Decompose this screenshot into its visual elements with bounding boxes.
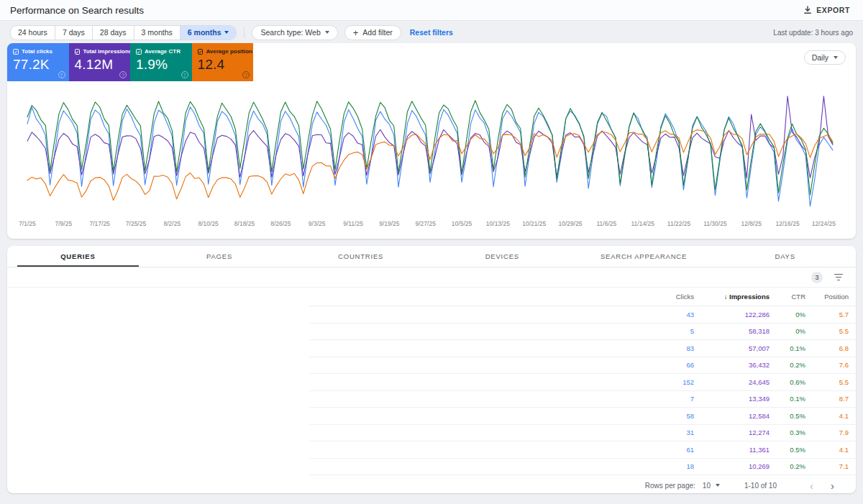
date-range-group: 24 hours7 days28 days3 months6 months <box>10 25 237 40</box>
tab-countries[interactable]: COUNTRIES <box>290 246 432 267</box>
reset-filters-link[interactable]: Reset filters <box>410 28 453 37</box>
table-row: 43122,2860%5.7 <box>7 306 856 324</box>
ctr-cell: 0% <box>770 327 805 335</box>
export-button[interactable]: EXPORT <box>800 4 853 16</box>
position-cell: 4.1 <box>805 446 849 454</box>
metric-card-total-impressions[interactable]: ✓Total impressions4.12M? <box>69 43 131 81</box>
chevron-down-icon <box>716 484 720 487</box>
table-toolbar: 3 <box>7 267 856 288</box>
tab-days[interactable]: DAYS <box>714 246 856 267</box>
next-page-button[interactable]: › <box>822 480 843 491</box>
download-icon <box>803 6 812 14</box>
position-cell: 8.7 <box>805 395 849 403</box>
clicks-cell: 31 <box>636 429 694 436</box>
position-cell: 7.1 <box>805 462 849 470</box>
tab-devices[interactable]: DEVICES <box>432 246 573 267</box>
x-tick-label: 9/11/25 <box>343 220 363 227</box>
x-tick-label: 12/16/25 <box>776 220 800 227</box>
metric-label: Total impressions <box>83 48 132 55</box>
table-filter-icon[interactable] <box>833 272 844 283</box>
checkbox-icon[interactable]: ✓ <box>75 49 81 55</box>
active-tab-underline <box>17 265 139 267</box>
position-cell: 6.8 <box>805 344 849 352</box>
help-icon[interactable]: ? <box>242 71 250 78</box>
position-cell: 5.7 <box>805 311 849 319</box>
tab-pages[interactable]: PAGES <box>149 246 291 267</box>
date-range-chip-7-days[interactable]: 7 days <box>55 26 93 40</box>
query-cell <box>7 340 309 357</box>
x-tick-label: 8/26/25 <box>270 220 291 227</box>
metric-value: 1.9% <box>136 57 186 73</box>
filter-bar: 24 hours7 days28 days3 months6 months Se… <box>0 22 863 43</box>
granularity-dropdown[interactable]: Daily <box>804 50 846 65</box>
date-range-chip-28-days[interactable]: 28 days <box>93 26 134 40</box>
query-cell <box>7 374 309 391</box>
tab-search-appearance[interactable]: SEARCH APPEARANCE <box>573 246 715 267</box>
metric-card-total-clicks[interactable]: ✓Total clicks77.2K? <box>7 43 69 81</box>
column-header-impressions[interactable]: ↓ Impressions <box>694 293 770 301</box>
x-tick-label: 11/6/25 <box>597 220 617 227</box>
search-type-chip[interactable]: Search type: Web <box>252 25 337 40</box>
rows-per-page-select[interactable]: 10 <box>703 482 720 490</box>
metric-card-average-position[interactable]: ✓Average position12.4? <box>192 43 254 81</box>
clicks-cell: 7 <box>636 395 694 403</box>
table-header-row: Clicks↓ ImpressionsCTRPosition <box>7 288 856 306</box>
clicks-cell: 66 <box>636 361 694 369</box>
add-filter-label: Add filter <box>362 28 392 37</box>
help-icon[interactable]: ? <box>181 71 188 78</box>
date-range-chip-24-hours[interactable]: 24 hours <box>11 26 55 40</box>
x-tick-label: 10/13/25 <box>486 220 510 227</box>
help-icon[interactable]: ? <box>58 71 65 78</box>
x-tick-label: 7/25/25 <box>126 220 146 227</box>
date-range-chip-3-months[interactable]: 3 months <box>134 26 181 40</box>
timeseries-chart[interactable] <box>7 91 856 220</box>
x-tick-label: 7/1/25 <box>19 220 36 227</box>
metric-value: 4.12M <box>75 57 125 73</box>
add-filter-button[interactable]: + Add filter <box>344 25 401 40</box>
chevron-down-icon <box>834 56 838 59</box>
x-tick-label: 9/19/25 <box>379 220 399 227</box>
rows-per-page-label: Rows per page: <box>645 482 695 490</box>
dimensions-table-card: QUERIESPAGESCOUNTRIESDEVICESSEARCH APPEA… <box>7 246 856 493</box>
previous-page-button[interactable]: ‹ <box>801 480 822 491</box>
checkbox-icon[interactable]: ✓ <box>136 49 142 55</box>
query-cell <box>7 408 309 425</box>
metric-card-average-ctr[interactable]: ✓Average CTR1.9%? <box>130 43 192 81</box>
chart-x-axis: 7/1/257/9/257/17/257/25/258/2/258/10/258… <box>7 220 856 230</box>
chevron-down-icon <box>224 31 229 34</box>
x-tick-label: 12/24/25 <box>812 220 836 227</box>
query-cell <box>7 425 309 442</box>
table-row: 558,3180%5.5 <box>7 324 856 341</box>
page-title: Performance on Search results <box>10 5 144 16</box>
query-cell <box>7 306 309 324</box>
query-cell <box>7 391 309 408</box>
checkbox-icon[interactable]: ✓ <box>198 49 204 55</box>
row-count-badge[interactable]: 3 <box>811 272 823 283</box>
clicks-cell: 83 <box>636 344 694 352</box>
x-tick-label: 8/2/25 <box>164 220 181 227</box>
x-tick-label: 11/22/25 <box>667 220 690 227</box>
x-tick-label: 7/17/25 <box>89 220 109 227</box>
ctr-cell: 0% <box>770 311 805 319</box>
column-header-ctr[interactable]: CTR <box>770 293 805 301</box>
help-icon[interactable]: ? <box>119 71 127 78</box>
impressions-cell: 11,361 <box>694 446 770 454</box>
impressions-cell: 58,318 <box>694 327 770 335</box>
clicks-cell: 152 <box>636 378 694 386</box>
column-header-clicks[interactable]: Clicks <box>636 293 694 301</box>
tab-queries[interactable]: QUERIES <box>7 246 149 267</box>
date-range-chip-6-months[interactable]: 6 months <box>181 26 237 40</box>
ctr-cell: 0.1% <box>770 395 805 403</box>
metric-value: 77.2K <box>13 57 63 73</box>
ctr-cell: 0.6% <box>770 378 805 386</box>
impressions-cell: 57,007 <box>694 344 770 352</box>
table-row: 8357,0070.1%6.8 <box>7 340 856 357</box>
checkbox-icon[interactable]: ✓ <box>13 49 19 55</box>
x-tick-label: 10/5/25 <box>452 220 472 227</box>
search-type-label: Search type: Web <box>260 28 320 37</box>
column-header-position[interactable]: Position <box>805 293 849 301</box>
rows-per-page-value: 10 <box>703 482 711 490</box>
position-cell: 5.5 <box>805 327 849 335</box>
position-cell: 7.6 <box>805 361 849 369</box>
app-header: Performance on Search results EXPORT <box>0 0 863 21</box>
